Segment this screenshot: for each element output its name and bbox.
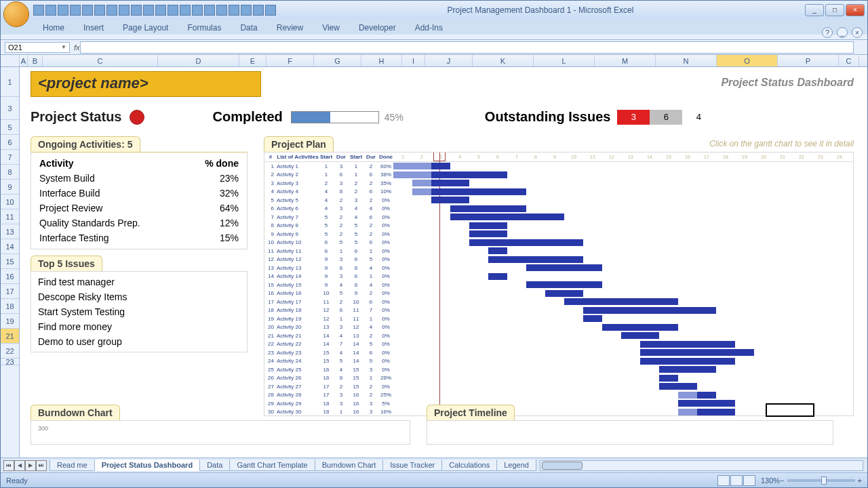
ribbon-tab-formulas[interactable]: Formulas: [183, 21, 225, 35]
sheet-tab[interactable]: Burndown Chart: [315, 460, 384, 471]
chevron-down-icon[interactable]: ▼: [61, 44, 66, 50]
qat-icon[interactable]: [253, 5, 264, 16]
qat-icon[interactable]: [131, 5, 142, 16]
row-header[interactable]: 19: [1, 314, 19, 329]
qat-icon[interactable]: [106, 5, 117, 16]
ribbon-tab-insert[interactable]: Insert: [79, 21, 108, 35]
row-header[interactable]: 15: [1, 254, 19, 269]
row-header[interactable]: 1: [1, 67, 19, 97]
row-header[interactable]: 6: [1, 135, 19, 150]
row-header[interactable]: 8: [1, 165, 19, 180]
qat-icon[interactable]: [241, 5, 252, 16]
col-header[interactable]: P: [778, 55, 839, 66]
qat-icon[interactable]: [143, 5, 154, 16]
sheet-tab[interactable]: Issue Tracker: [382, 460, 442, 471]
formula-input[interactable]: [80, 41, 854, 54]
row-header[interactable]: 22: [1, 344, 19, 359]
col-header[interactable]: G: [314, 55, 361, 66]
qat-icon[interactable]: [119, 5, 130, 16]
qat-icon[interactable]: [167, 5, 178, 16]
ribbon-tab-view[interactable]: View: [318, 21, 344, 35]
ribbon-tab-developer[interactable]: Developer: [355, 21, 400, 35]
col-header[interactable]: C: [839, 55, 859, 66]
sheet-tab[interactable]: Data: [199, 460, 230, 471]
qat-save-icon[interactable]: [33, 5, 44, 16]
project-name-cell[interactable]: <project name>: [31, 71, 261, 97]
close-button[interactable]: ×: [846, 4, 865, 16]
row-header[interactable]: 16: [1, 269, 19, 284]
office-button[interactable]: [3, 1, 29, 27]
qat-icon[interactable]: [82, 5, 93, 16]
tab-last-icon[interactable]: ⏭: [36, 460, 47, 471]
col-header[interactable]: C: [43, 55, 158, 66]
sheet-tab[interactable]: Calculations: [441, 460, 497, 471]
ribbon-tab-data[interactable]: Data: [236, 21, 261, 35]
zoom-slider[interactable]: − +: [780, 476, 862, 485]
normal-view-icon[interactable]: [717, 475, 730, 486]
horizontal-scrollbar[interactable]: [540, 460, 863, 471]
select-all-corner[interactable]: [1, 55, 20, 66]
zoom-thumb[interactable]: [821, 476, 827, 485]
col-header[interactable]: D: [158, 55, 239, 66]
maximize-button[interactable]: □: [825, 4, 844, 16]
minimize-ribbon-icon[interactable]: _: [837, 27, 848, 38]
qat-redo-icon[interactable]: [58, 5, 68, 16]
col-header[interactable]: K: [473, 55, 534, 66]
sheet-tab[interactable]: Legend: [496, 460, 536, 471]
page-break-icon[interactable]: [743, 475, 755, 486]
row-header[interactable]: 13: [1, 224, 19, 239]
zoom-in-icon[interactable]: +: [858, 476, 862, 485]
zoom-level[interactable]: 130%: [761, 476, 780, 485]
qat-icon[interactable]: [204, 5, 215, 16]
row-header[interactable]: 17: [1, 284, 19, 299]
sheet-tab[interactable]: Gantt Chart Template: [229, 460, 315, 471]
row-header[interactable]: 18: [1, 299, 19, 314]
col-header[interactable]: E: [239, 55, 267, 66]
row-header[interactable]: 7: [1, 150, 19, 165]
sheet-tab[interactable]: Project Status Dashboard: [94, 460, 200, 471]
name-box[interactable]: O21 ▼: [5, 42, 70, 53]
row-header[interactable]: 3: [1, 97, 19, 120]
col-header[interactable]: F: [267, 55, 314, 66]
col-header[interactable]: A: [20, 55, 28, 66]
col-header[interactable]: I: [402, 55, 425, 66]
qat-icon[interactable]: [155, 5, 166, 16]
col-header[interactable]: O: [717, 55, 778, 66]
zoom-out-icon[interactable]: −: [780, 476, 784, 485]
ribbon-tab-page-layout[interactable]: Page Layout: [119, 21, 172, 35]
sheet-tab[interactable]: Read me: [50, 460, 95, 471]
qat-undo-icon[interactable]: [45, 5, 56, 16]
row-header[interactable]: 5: [1, 120, 19, 135]
fx-icon[interactable]: fx: [74, 43, 80, 52]
qat-icon[interactable]: [229, 5, 239, 16]
tab-next-icon[interactable]: ▶: [25, 460, 36, 471]
qat-print-icon[interactable]: [70, 5, 81, 16]
qat-icon[interactable]: [94, 5, 105, 16]
ribbon-tab-review[interactable]: Review: [273, 21, 307, 35]
help-icon[interactable]: ?: [822, 27, 833, 38]
col-header[interactable]: N: [656, 55, 717, 66]
row-header[interactable]: 9: [1, 180, 19, 195]
tab-first-icon[interactable]: ⏮: [3, 460, 14, 471]
qat-icon[interactable]: [265, 5, 276, 16]
qat-icon[interactable]: [192, 5, 203, 16]
col-header[interactable]: B: [28, 55, 43, 66]
minimize-button[interactable]: _: [805, 4, 824, 16]
row-header[interactable]: 21: [1, 329, 19, 344]
doc-close-icon[interactable]: ×: [852, 27, 863, 38]
qat-icon[interactable]: [180, 5, 191, 16]
tab-prev-icon[interactable]: ◀: [14, 460, 25, 471]
qat-icon[interactable]: [216, 5, 227, 16]
col-header[interactable]: J: [425, 55, 473, 66]
worksheet[interactable]: <project name> Project Status Dashboard …: [20, 67, 867, 458]
col-header[interactable]: M: [595, 55, 656, 66]
gantt-chart[interactable]: #List of ActivitiesStartDurStartDurDone …: [264, 152, 854, 416]
page-layout-icon[interactable]: [730, 475, 743, 486]
col-header[interactable]: L: [534, 55, 595, 66]
ribbon-tab-home[interactable]: Home: [39, 21, 68, 35]
row-header[interactable]: 23: [1, 359, 19, 365]
ribbon-tab-add-ins[interactable]: Add-Ins: [411, 21, 447, 35]
row-header[interactable]: 10: [1, 195, 19, 209]
scroll-thumb[interactable]: [542, 462, 583, 470]
col-header[interactable]: H: [361, 55, 402, 66]
